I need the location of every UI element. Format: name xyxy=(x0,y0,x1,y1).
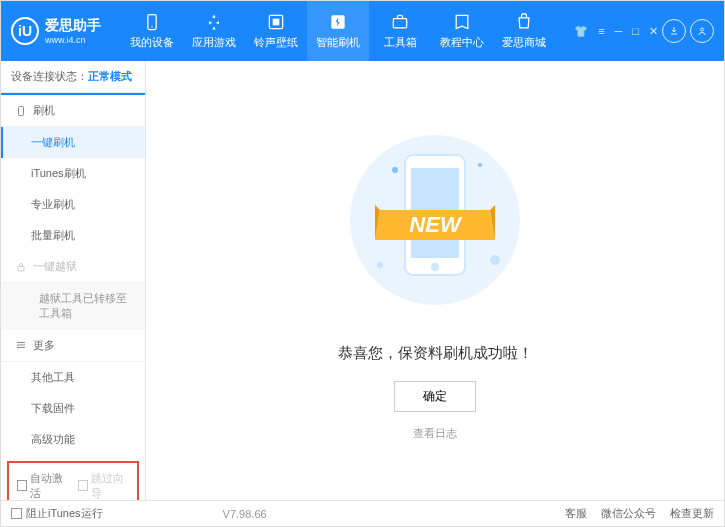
svg-point-1 xyxy=(151,26,153,28)
svg-point-6 xyxy=(701,28,704,31)
sidebar-item-other-tools[interactable]: 其他工具 xyxy=(1,362,145,393)
footer-link-support[interactable]: 客服 xyxy=(565,506,587,521)
confirm-button[interactable]: 确定 xyxy=(394,381,476,412)
svg-point-11 xyxy=(392,167,398,173)
app-header: iU 爱思助手 www.i4.cn 我的设备 应用游戏 铃声壁纸 智能刷机 xyxy=(1,1,724,61)
checkbox-icon xyxy=(17,480,27,491)
maximize-icon[interactable]: □ xyxy=(632,25,639,37)
nav-label: 应用游戏 xyxy=(192,35,236,50)
download-icon xyxy=(668,25,680,37)
sidebar-section-jailbreak[interactable]: 一键越狱 xyxy=(1,251,145,283)
nav-store[interactable]: 爱思商城 xyxy=(493,1,555,61)
menu-icon[interactable]: ≡ xyxy=(598,25,604,37)
minimize-icon[interactable]: ─ xyxy=(615,25,623,37)
nav-label: 工具箱 xyxy=(384,35,417,50)
checkbox-options: 自动激活 跳过向导 xyxy=(7,461,139,500)
nav-smart-flash[interactable]: 智能刷机 xyxy=(307,1,369,61)
nav-apps-games[interactable]: 应用游戏 xyxy=(183,1,245,61)
svg-point-17 xyxy=(431,263,439,271)
nav-my-device[interactable]: 我的设备 xyxy=(121,1,183,61)
sidebar-jailbreak-note: 越狱工具已转移至工具箱 xyxy=(1,283,145,330)
window-controls: 👕 ≡ ─ □ ✕ xyxy=(574,25,658,38)
footer: 阻止iTunes运行 V7.98.66 客服 微信公众号 检查更新 xyxy=(1,500,724,526)
more-icon xyxy=(15,339,27,351)
checkbox-skip-guide: 跳过向导 xyxy=(78,471,129,500)
app-subtitle: www.i4.cn xyxy=(45,35,101,45)
user-button[interactable] xyxy=(690,19,714,43)
svg-rect-7 xyxy=(19,106,24,115)
sidebar-section-more[interactable]: 更多 xyxy=(1,330,145,362)
block-itunes-checkbox[interactable]: 阻止iTunes运行 xyxy=(11,506,103,521)
sidebar-item-download-firmware[interactable]: 下载固件 xyxy=(1,393,145,424)
checkbox-label: 自动激活 xyxy=(30,471,68,500)
checkbox-label: 跳过向导 xyxy=(91,471,129,500)
success-message: 恭喜您，保资料刷机成功啦！ xyxy=(338,344,533,363)
flash-section-icon xyxy=(15,105,27,117)
user-icon xyxy=(696,25,708,37)
logo-icon: iU xyxy=(11,17,39,45)
nav-label: 智能刷机 xyxy=(316,35,360,50)
sidebar-item-batch-flash[interactable]: 批量刷机 xyxy=(1,220,145,251)
connection-mode: 正常模式 xyxy=(88,70,132,82)
ringtone-icon xyxy=(266,12,286,32)
svg-rect-5 xyxy=(393,19,406,28)
download-button[interactable] xyxy=(662,19,686,43)
sidebar-item-oneclick-flash[interactable]: 一键刷机 xyxy=(1,127,145,158)
flash-icon xyxy=(328,12,348,32)
nav-tutorial[interactable]: 教程中心 xyxy=(431,1,493,61)
app-title: 爱思助手 xyxy=(45,17,101,35)
sidebar-item-pro-flash[interactable]: 专业刷机 xyxy=(1,189,145,220)
view-log-link[interactable]: 查看日志 xyxy=(413,426,457,441)
new-banner-text: NEW xyxy=(409,212,463,237)
checkbox-icon xyxy=(11,508,22,519)
checkbox-icon xyxy=(78,480,88,491)
device-icon xyxy=(142,12,162,32)
sidebar: 设备连接状态：正常模式 刷机 一键刷机 iTunes刷机 专业刷机 批量刷机 一… xyxy=(1,61,146,500)
skin-icon[interactable]: 👕 xyxy=(574,25,588,38)
top-nav: 我的设备 应用游戏 铃声壁纸 智能刷机 工具箱 教程中心 xyxy=(121,1,574,61)
checkbox-auto-activate[interactable]: 自动激活 xyxy=(17,471,68,500)
nav-ringtone-wallpaper[interactable]: 铃声壁纸 xyxy=(245,1,307,61)
svg-point-13 xyxy=(490,255,500,265)
store-icon xyxy=(514,12,534,32)
nav-label: 爱思商城 xyxy=(502,35,546,50)
connection-label: 设备连接状态： xyxy=(11,70,88,82)
connection-status: 设备连接状态：正常模式 xyxy=(1,61,145,93)
main-content: NEW 恭喜您，保资料刷机成功啦！ 确定 查看日志 xyxy=(146,61,724,500)
version-label: V7.98.66 xyxy=(223,508,267,520)
svg-point-12 xyxy=(478,163,482,167)
logo: iU 爱思助手 www.i4.cn xyxy=(11,17,101,45)
toolbox-icon xyxy=(390,12,410,32)
section-label: 刷机 xyxy=(33,103,55,118)
footer-link-update[interactable]: 检查更新 xyxy=(670,506,714,521)
success-illustration: NEW xyxy=(335,120,535,324)
section-label: 更多 xyxy=(33,338,55,353)
svg-point-14 xyxy=(377,262,383,268)
sidebar-item-advanced[interactable]: 高级功能 xyxy=(1,424,145,455)
nav-label: 铃声壁纸 xyxy=(254,35,298,50)
svg-rect-3 xyxy=(273,19,280,26)
close-icon[interactable]: ✕ xyxy=(649,25,658,38)
section-label: 一键越狱 xyxy=(33,259,77,274)
nav-toolbox[interactable]: 工具箱 xyxy=(369,1,431,61)
nav-label: 教程中心 xyxy=(440,35,484,50)
tutorial-icon xyxy=(452,12,472,32)
svg-rect-8 xyxy=(18,266,24,271)
block-itunes-label: 阻止iTunes运行 xyxy=(26,506,103,521)
lock-icon xyxy=(15,261,27,273)
footer-link-wechat[interactable]: 微信公众号 xyxy=(601,506,656,521)
sidebar-item-itunes-flash[interactable]: iTunes刷机 xyxy=(1,158,145,189)
apps-icon xyxy=(204,12,224,32)
sidebar-section-flash[interactable]: 刷机 xyxy=(1,93,145,127)
nav-label: 我的设备 xyxy=(130,35,174,50)
